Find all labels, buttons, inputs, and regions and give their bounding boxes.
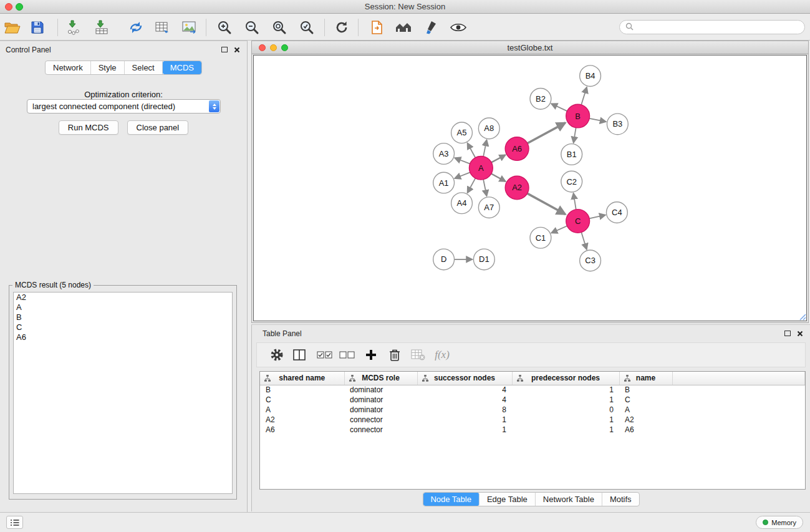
optimization-criterion-dropdown[interactable]: largest connected component (directed) xyxy=(27,99,221,114)
float-table-panel-icon[interactable] xyxy=(784,331,791,336)
mcds-result-item[interactable]: A xyxy=(14,302,232,312)
cell-successor_nodes[interactable]: 1 xyxy=(417,415,512,425)
cell-shared_name[interactable]: A2 xyxy=(260,415,344,425)
mcds-result-item[interactable]: C xyxy=(14,322,232,332)
cell-mcds_role[interactable]: dominator xyxy=(344,405,417,415)
search-input[interactable] xyxy=(637,22,799,32)
network-close-button[interactable] xyxy=(259,44,266,51)
close-table-panel-icon[interactable] xyxy=(796,330,803,337)
cell-name[interactable]: A2 xyxy=(619,415,672,425)
cell-successor_nodes[interactable]: 8 xyxy=(417,405,512,415)
tab-network[interactable]: Network xyxy=(46,61,91,74)
zoom-fit-icon[interactable] xyxy=(269,17,289,37)
mcds-result-item[interactable]: B xyxy=(14,312,232,322)
refresh-icon[interactable] xyxy=(332,17,352,37)
graph-edge-B-B4[interactable] xyxy=(581,87,587,105)
graph-edge-A-A5[interactable] xyxy=(468,143,476,157)
cell-mcds_role[interactable]: dominator xyxy=(344,385,417,395)
document-report-icon[interactable] xyxy=(367,17,387,37)
graph-edge-A-A1[interactable] xyxy=(455,172,470,178)
eye-icon[interactable] xyxy=(448,17,468,37)
cell-successor_nodes[interactable]: 4 xyxy=(417,395,512,405)
cell-predecessor_nodes[interactable]: 1 xyxy=(512,425,619,435)
table-row[interactable]: Bdominator41B xyxy=(260,385,805,395)
save-session-icon[interactable] xyxy=(27,17,47,37)
graph-edge-A-A6[interactable] xyxy=(491,155,506,162)
export-image-icon[interactable] xyxy=(179,17,199,37)
cell-name[interactable]: B xyxy=(619,385,672,395)
table-settings-gear-icon[interactable] xyxy=(268,346,286,364)
network-window-titlebar[interactable]: testGlobe.txt xyxy=(252,41,808,54)
deselect-all-rows-icon[interactable] xyxy=(337,346,356,364)
table-row[interactable]: A6connector11A6 xyxy=(260,425,805,435)
column-header-successor_nodes[interactable]: successor nodes xyxy=(417,372,512,385)
cell-predecessor_nodes[interactable]: 0 xyxy=(512,405,619,415)
graph-edge-B-B3[interactable] xyxy=(589,118,606,122)
column-header-shared_name[interactable]: shared name xyxy=(260,372,344,385)
tab-node-table[interactable]: Node Table xyxy=(423,493,480,506)
new-table-icon[interactable] xyxy=(152,17,172,37)
zoom-selected-icon[interactable] xyxy=(297,17,317,37)
graph-edge-A6-B[interactable] xyxy=(528,123,566,143)
graph-edge-C-C4[interactable] xyxy=(589,215,605,219)
graph-edge-A-A4[interactable] xyxy=(468,178,476,193)
import-table-icon[interactable] xyxy=(92,17,112,37)
tab-network-table[interactable]: Network Table xyxy=(536,493,602,506)
network-zoom-button[interactable] xyxy=(281,44,288,51)
graph-edge-A2-C[interactable] xyxy=(528,193,566,214)
graph-edge-B-B2[interactable] xyxy=(551,104,567,111)
resize-grip-icon[interactable] xyxy=(797,311,806,321)
graph-edge-C-C2[interactable] xyxy=(574,193,576,210)
tab-select[interactable]: Select xyxy=(125,61,163,74)
graph-edge-A-A7[interactable] xyxy=(483,180,486,196)
close-window-button[interactable] xyxy=(5,3,12,11)
mcds-result-item[interactable]: A6 xyxy=(14,332,232,342)
style-brush-icon[interactable] xyxy=(420,17,440,37)
zoom-in-icon[interactable] xyxy=(215,17,234,37)
node-table[interactable]: shared nameMCDS rolesuccessor nodesprede… xyxy=(259,371,806,490)
mcds-result-item[interactable]: A2 xyxy=(14,293,232,302)
cell-mcds_role[interactable]: connector xyxy=(344,425,417,435)
column-header-mcds_role[interactable]: MCDS role xyxy=(344,372,417,385)
graph-edge-A-A2[interactable] xyxy=(491,173,506,181)
cell-mcds_role[interactable]: dominator xyxy=(344,395,417,405)
tab-mcds[interactable]: MCDS xyxy=(163,61,201,74)
tab-style[interactable]: Style xyxy=(91,61,125,74)
graph-edge-C-C3[interactable] xyxy=(581,232,587,249)
delete-column-icon[interactable] xyxy=(385,346,404,364)
tab-edge-table[interactable]: Edge Table xyxy=(480,493,536,506)
graph-edge-B-B1[interactable] xyxy=(574,128,576,143)
cell-successor_nodes[interactable]: 1 xyxy=(417,425,512,435)
home-icon[interactable] xyxy=(393,17,413,37)
memory-button[interactable]: Memory xyxy=(756,516,803,529)
network-canvas[interactable]: B4B2BB3A5A8A6A3B1AC2A1A2A4A7C4CC1C3DD1 xyxy=(253,55,807,321)
graph-edge-C-C1[interactable] xyxy=(551,226,567,233)
cell-shared_name[interactable]: A6 xyxy=(260,425,344,435)
close-panel-icon[interactable] xyxy=(233,46,240,53)
cell-predecessor_nodes[interactable]: 1 xyxy=(512,395,619,405)
table-row[interactable]: Adominator80A xyxy=(260,405,805,415)
cell-successor_nodes[interactable]: 4 xyxy=(417,385,512,395)
import-network-icon[interactable] xyxy=(64,17,84,37)
float-panel-icon[interactable] xyxy=(221,47,228,52)
cell-predecessor_nodes[interactable]: 1 xyxy=(512,415,619,425)
open-session-icon[interactable] xyxy=(2,17,22,37)
cell-name[interactable]: C xyxy=(619,395,672,405)
tab-motifs[interactable]: Motifs xyxy=(602,493,639,506)
cell-shared_name[interactable]: B xyxy=(260,385,344,395)
run-mcds-button[interactable]: Run MCDS xyxy=(59,120,118,135)
cell-shared_name[interactable]: C xyxy=(260,395,344,405)
cell-mcds_role[interactable]: connector xyxy=(344,415,417,425)
select-columns-icon[interactable] xyxy=(290,346,309,364)
close-panel-button[interactable]: Close panel xyxy=(127,120,189,135)
new-network-icon[interactable] xyxy=(126,17,146,37)
cell-name[interactable]: A xyxy=(619,405,672,415)
table-row[interactable]: A2connector11A2 xyxy=(260,415,805,425)
zoom-window-button[interactable] xyxy=(16,3,23,11)
add-column-icon[interactable] xyxy=(362,346,380,364)
column-header-name[interactable]: name xyxy=(619,372,672,385)
task-history-icon[interactable] xyxy=(6,516,23,529)
graph-edge-A-A8[interactable] xyxy=(483,140,486,157)
graph-edge-A-A3[interactable] xyxy=(455,158,470,163)
cell-name[interactable]: A6 xyxy=(619,425,672,435)
